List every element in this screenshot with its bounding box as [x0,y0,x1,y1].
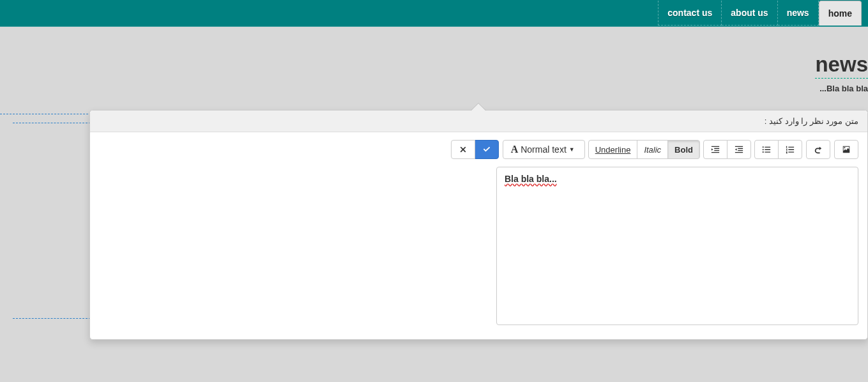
editor-text: Bla bla bla... [505,174,557,184]
nav-news[interactable]: news [778,1,819,26]
redo-icon [814,145,823,154]
bold-button[interactable]: Bold [667,140,700,159]
nav-contact-us[interactable]: contact us [658,1,722,26]
popover-body: Bold Italic Underline A Normal text ▼ [90,132,867,337]
underline-button[interactable]: Underline [588,140,638,159]
divider-segment-bottom [13,318,91,319]
close-icon [459,145,468,154]
nav-about-us[interactable]: about us [722,1,777,26]
unordered-list-button[interactable] [754,140,779,159]
redo-button[interactable] [806,140,830,159]
font-size-dropdown[interactable]: A Normal text ▼ [503,140,585,159]
font-letter-icon: A [511,144,519,155]
italic-button[interactable]: Italic [637,140,668,159]
indent-group [704,140,751,159]
popover-panel: متن مورد نظر را وارد کنید : [89,110,868,340]
nav-home[interactable]: home [819,1,862,26]
accept-button[interactable] [475,140,499,159]
cancel-button[interactable] [451,140,475,159]
indent-icon [711,145,720,154]
list-ul-icon [762,145,771,154]
check-icon [482,145,491,154]
page-title: news [815,52,868,79]
editor-content-area[interactable]: Bla bla bla... [496,167,858,325]
popover-arrow [471,103,485,111]
top-nav-bar: contact us about us news home [0,0,868,27]
list-ol-icon [786,145,795,154]
ordered-list-button[interactable] [778,140,802,159]
content-header: news ...Bla bla bla [0,27,868,100]
page-subtitle: ...Bla bla bla [0,84,868,93]
outdent-button[interactable] [727,140,751,159]
caret-down-icon: ▼ [569,146,575,153]
text-style-group: Bold Italic Underline [589,140,700,159]
insert-image-button[interactable] [834,140,858,159]
outdent-icon [735,145,743,154]
list-group [755,140,802,159]
font-dropdown-label: Normal text [521,144,567,155]
editor-toolbar: Bold Italic Underline A Normal text ▼ [99,140,858,159]
confirm-group [452,140,499,159]
image-icon [842,145,851,154]
indent-button[interactable] [703,140,727,159]
text-editor-popover: متن مورد نظر را وارد کنید : [89,110,868,344]
popover-title: متن مورد نظر را وارد کنید : [90,111,867,132]
divider-segment-top [13,123,91,123]
